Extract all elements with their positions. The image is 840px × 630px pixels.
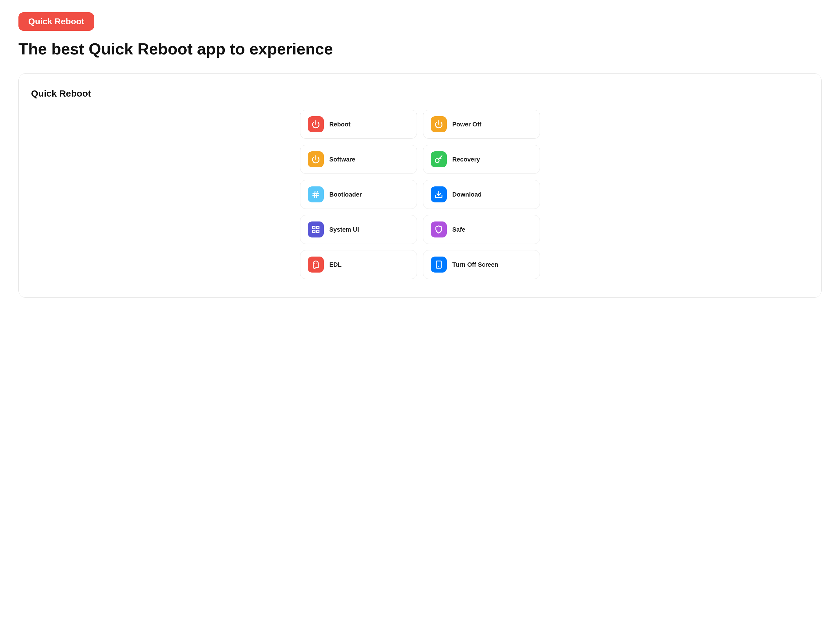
- software-icon: [308, 151, 324, 167]
- safe-label: Safe: [452, 226, 465, 233]
- bootloader-label: Bootloader: [329, 191, 362, 198]
- svg-rect-10: [316, 226, 319, 229]
- power-off-icon: [431, 116, 447, 132]
- svg-rect-12: [316, 230, 319, 233]
- turn-off-screen-icon: [431, 256, 447, 272]
- bootloader-icon: [308, 187, 324, 203]
- edl-icon: [308, 256, 324, 272]
- item-btn-turn-off-screen[interactable]: Turn Off Screen: [423, 250, 540, 279]
- item-btn-reboot[interactable]: Reboot: [300, 110, 417, 139]
- recovery-label: Recovery: [452, 156, 480, 163]
- main-card: Quick Reboot Reboot Power Off Software R…: [19, 73, 821, 298]
- item-btn-recovery[interactable]: Recovery: [423, 145, 540, 174]
- item-btn-download[interactable]: Download: [423, 180, 540, 209]
- item-btn-safe[interactable]: Safe: [423, 215, 540, 244]
- reboot-icon: [308, 116, 324, 132]
- turn-off-screen-label: Turn Off Screen: [452, 261, 498, 268]
- item-btn-power-off[interactable]: Power Off: [423, 110, 540, 139]
- app-badge: Quick Reboot: [19, 12, 94, 31]
- items-grid: Reboot Power Off Software Recovery Bootl…: [300, 110, 540, 279]
- download-icon: [431, 187, 447, 203]
- download-label: Download: [452, 191, 482, 198]
- system-ui-icon: [308, 222, 324, 237]
- system-ui-label: System UI: [329, 226, 359, 233]
- svg-rect-9: [313, 226, 315, 229]
- safe-icon: [431, 222, 447, 237]
- svg-rect-11: [313, 230, 315, 233]
- power-off-label: Power Off: [452, 121, 481, 128]
- item-btn-system-ui[interactable]: System UI: [300, 215, 417, 244]
- item-btn-edl[interactable]: EDL: [300, 250, 417, 279]
- item-btn-bootloader[interactable]: Bootloader: [300, 180, 417, 209]
- svg-line-7: [316, 192, 317, 198]
- card-title: Quick Reboot: [31, 88, 809, 99]
- edl-label: EDL: [329, 261, 342, 268]
- svg-line-6: [314, 192, 315, 198]
- badge-label: Quick Reboot: [28, 17, 84, 26]
- item-btn-software[interactable]: Software: [300, 145, 417, 174]
- software-label: Software: [329, 156, 355, 163]
- recovery-icon: [431, 151, 447, 167]
- main-title: The best Quick Reboot app to experience: [19, 40, 821, 59]
- reboot-label: Reboot: [329, 121, 351, 128]
